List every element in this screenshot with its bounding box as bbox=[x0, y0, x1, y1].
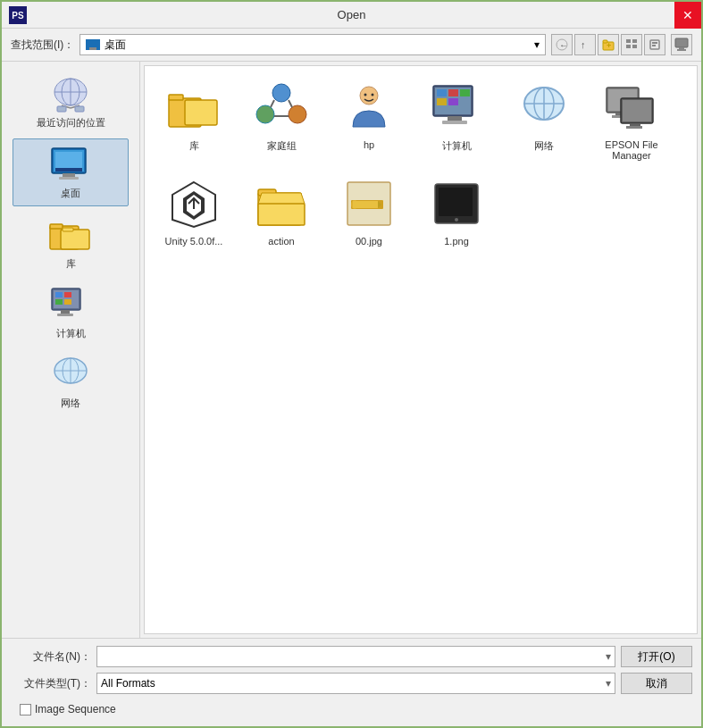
sidebar-item-library-label: 库 bbox=[66, 257, 76, 271]
new-folder-button[interactable]: + bbox=[598, 34, 619, 55]
computer-sidebar-icon bbox=[48, 285, 93, 325]
dropdown-arrow-icon: ▾ bbox=[534, 38, 540, 51]
svg-rect-91 bbox=[439, 188, 473, 216]
file-item-00jpg-label: 00.jpg bbox=[331, 236, 407, 247]
svg-rect-84 bbox=[258, 204, 305, 225]
svg-rect-62 bbox=[437, 89, 447, 96]
network-places-button[interactable] bbox=[671, 34, 692, 55]
up-button[interactable]: ↑ bbox=[574, 34, 596, 55]
library-file-icon bbox=[165, 79, 222, 136]
toolbar-buttons: ← ↑ + bbox=[551, 34, 665, 55]
bottom-bar: 文件名(N)： ▾ 打开(O) 文件类型(T)： All Formats ▾ 取… bbox=[2, 638, 701, 726]
filetype-label: 文件类型(T)： bbox=[11, 676, 91, 691]
svg-rect-29 bbox=[55, 168, 82, 172]
file-item-1png-label: 1.png bbox=[419, 236, 495, 247]
main-content: 最近访问的位置 桌面 bbox=[2, 62, 701, 638]
file-item-unity[interactable]: Unity 5.0.0f... bbox=[154, 172, 234, 250]
file-item-library[interactable]: 库 bbox=[154, 75, 234, 164]
file-item-hp[interactable]: hp bbox=[329, 75, 409, 164]
sidebar: 最近访问的位置 桌面 bbox=[2, 62, 140, 638]
homegroup-icon bbox=[253, 79, 310, 136]
svg-rect-39 bbox=[64, 292, 71, 297]
svg-rect-32 bbox=[61, 230, 89, 249]
filename-dropdown-arrow: ▾ bbox=[606, 650, 611, 663]
file-item-computer-label: 计算机 bbox=[419, 139, 495, 153]
title-bar: PS Open ✕ bbox=[2, 2, 701, 29]
svg-rect-38 bbox=[55, 292, 63, 297]
file-item-homegroup-label: 家庭组 bbox=[244, 139, 320, 153]
svg-rect-28 bbox=[55, 152, 82, 170]
svg-rect-11 bbox=[652, 42, 657, 44]
svg-rect-6 bbox=[626, 39, 631, 43]
svg-rect-65 bbox=[437, 98, 447, 105]
svg-text:+: + bbox=[607, 41, 611, 50]
special-button[interactable] bbox=[644, 34, 665, 55]
svg-text:↑: ↑ bbox=[581, 39, 586, 50]
svg-rect-41 bbox=[64, 299, 71, 305]
svg-point-92 bbox=[455, 218, 458, 222]
svg-rect-77 bbox=[630, 123, 640, 126]
svg-rect-76 bbox=[623, 100, 651, 121]
current-path: 桌面 bbox=[105, 38, 126, 53]
svg-rect-78 bbox=[626, 126, 642, 129]
file-item-epson-label: EPSON File Manager bbox=[594, 139, 670, 161]
sidebar-item-library[interactable]: 库 bbox=[13, 210, 129, 276]
open-button[interactable]: 打开(O) bbox=[621, 646, 692, 667]
view-options-button[interactable] bbox=[621, 34, 642, 55]
svg-rect-27 bbox=[59, 177, 79, 180]
file-item-epson[interactable]: EPSON File Manager bbox=[591, 75, 672, 164]
svg-rect-15 bbox=[677, 49, 686, 51]
sidebar-item-recent[interactable]: 最近访问的位置 bbox=[13, 69, 129, 135]
image-sequence-label: Image Sequence bbox=[35, 703, 116, 715]
filename-label: 文件名(N)： bbox=[11, 649, 91, 665]
file-item-1png[interactable]: 1.png bbox=[416, 172, 497, 250]
sidebar-item-recent-label: 最近访问的位置 bbox=[37, 116, 105, 130]
hp-icon bbox=[340, 79, 398, 136]
svg-rect-64 bbox=[460, 89, 470, 96]
sidebar-item-network-label: 网络 bbox=[61, 397, 80, 410]
path-dropdown[interactable]: 桌面 ▾ bbox=[80, 34, 546, 55]
file-item-computer[interactable]: 计算机 bbox=[416, 75, 497, 164]
close-button[interactable]: ✕ bbox=[674, 2, 701, 29]
library-icon bbox=[48, 215, 93, 255]
sidebar-item-desktop-label: 桌面 bbox=[61, 187, 80, 200]
svg-rect-60 bbox=[448, 116, 462, 121]
unity-icon bbox=[165, 175, 222, 232]
file-item-homegroup[interactable]: 家庭组 bbox=[241, 75, 322, 164]
svg-line-52 bbox=[271, 100, 274, 107]
svg-rect-88 bbox=[353, 201, 378, 208]
sidebar-item-computer[interactable]: 计算机 bbox=[13, 280, 129, 346]
filename-row: 文件名(N)： ▾ 打开(O) bbox=[11, 646, 692, 667]
file-item-network-label: 网络 bbox=[506, 139, 582, 153]
file-item-action[interactable]: action bbox=[241, 172, 322, 250]
svg-rect-13 bbox=[675, 38, 688, 47]
jpg-icon bbox=[340, 175, 398, 232]
back-button[interactable]: ← bbox=[551, 34, 573, 55]
filename-input[interactable]: ▾ bbox=[96, 646, 615, 667]
file-item-network[interactable]: 网络 bbox=[504, 75, 584, 164]
image-sequence-checkbox[interactable] bbox=[20, 704, 31, 715]
filetype-value: All Formats bbox=[101, 677, 155, 690]
filetype-dropdown[interactable]: All Formats ▾ bbox=[96, 673, 615, 694]
svg-point-56 bbox=[364, 94, 367, 96]
file-item-00jpg[interactable]: 00.jpg bbox=[329, 172, 409, 250]
svg-rect-8 bbox=[626, 45, 631, 48]
svg-rect-48 bbox=[185, 100, 217, 125]
toolbar: 查找范围(I)： 桌面 ▾ ← ↑ + bbox=[2, 29, 701, 62]
network-file-icon bbox=[515, 79, 573, 136]
sidebar-item-computer-label: 计算机 bbox=[56, 327, 86, 340]
cancel-button[interactable]: 取消 bbox=[621, 673, 692, 694]
svg-rect-26 bbox=[63, 173, 75, 177]
sidebar-item-desktop[interactable]: 桌面 bbox=[13, 138, 129, 206]
svg-point-51 bbox=[289, 105, 306, 123]
file-item-hp-label: hp bbox=[331, 139, 407, 150]
dialog-window: PS Open ✕ 查找范围(I)： 桌面 ▾ ← ↑ + bbox=[0, 0, 703, 728]
sidebar-item-network[interactable]: 网络 bbox=[13, 349, 129, 415]
svg-point-50 bbox=[256, 105, 274, 123]
file-item-unity-label: Unity 5.0.0f... bbox=[156, 236, 232, 247]
file-area: 库 家庭组 bbox=[144, 65, 698, 634]
search-range-label: 查找范围(I)： bbox=[11, 38, 74, 53]
svg-text:←: ← bbox=[559, 40, 568, 50]
svg-rect-22 bbox=[57, 106, 66, 112]
recent-icon bbox=[48, 74, 93, 114]
